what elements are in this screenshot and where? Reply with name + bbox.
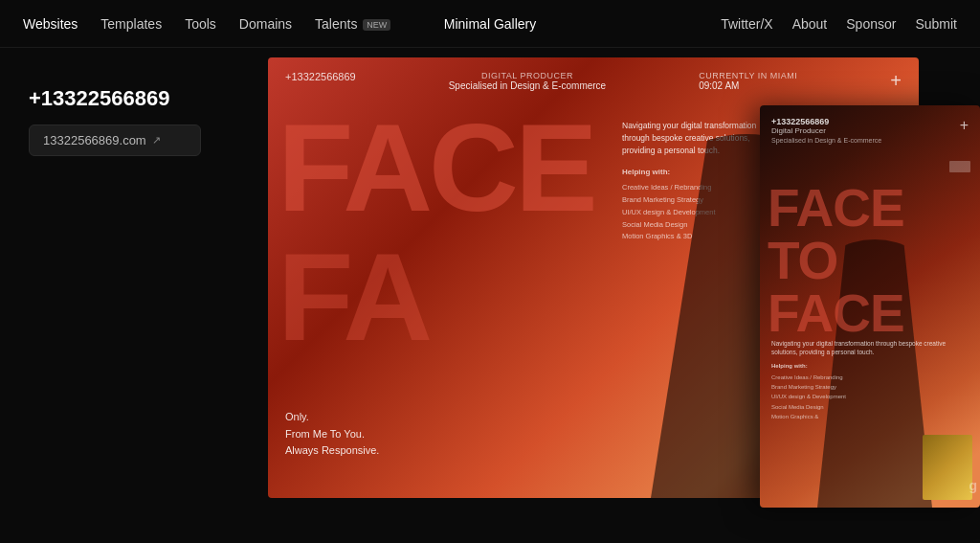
sidebar-website-link[interactable]: 13322566869.com ↗ bbox=[29, 124, 201, 156]
nav-item-tools[interactable]: Tools bbox=[185, 16, 216, 32]
location-label: Currently in Miami bbox=[699, 71, 797, 80]
link-text: 13322566869.com bbox=[43, 133, 146, 147]
nav-item-websites[interactable]: Websites bbox=[23, 16, 78, 32]
card-top-row: +13322566869 Digital Producer Specialise… bbox=[285, 71, 902, 91]
card-location: Currently in Miami 09:02 AM bbox=[699, 71, 797, 91]
nav-item-templates[interactable]: Templates bbox=[100, 16, 162, 32]
role-label: Digital Producer bbox=[449, 71, 607, 80]
nav-item-submit[interactable]: Submit bbox=[915, 16, 957, 32]
card-role: Digital Producer Specialised in Design &… bbox=[449, 71, 607, 91]
small-role-sub: Specialised in Design & E-commerce bbox=[771, 137, 881, 144]
sidebar-phone: +13322566869 bbox=[29, 86, 239, 111]
card-phone: +13322566869 bbox=[285, 71, 356, 82]
small-role-label: Digital Producer bbox=[771, 126, 881, 135]
nav-item-sponsor[interactable]: Sponsor bbox=[846, 16, 896, 32]
nav-item-twitter[interactable]: Twitter/X bbox=[721, 16, 772, 32]
main-content: +13322566869 13322566869.com ↗ +13322566… bbox=[0, 48, 980, 543]
small-phone-role: +13322566869 Digital Producer Specialise… bbox=[771, 117, 881, 151]
nav-right: Twitter/X About Sponsor Submit bbox=[721, 16, 957, 32]
time-value: 09:02 AM bbox=[699, 80, 797, 91]
small-plus-icon: + bbox=[960, 117, 969, 134]
nav-item-talents[interactable]: Talents NEW bbox=[315, 16, 390, 32]
role-sub: Specialised in Design & E-commerce bbox=[449, 80, 607, 91]
nav-item-about[interactable]: About bbox=[792, 16, 828, 32]
small-card-top: +13322566869 Digital Producer Specialise… bbox=[771, 117, 969, 151]
small-card[interactable]: +13322566869 Digital Producer Specialise… bbox=[760, 105, 980, 508]
site-title: Minimal Gallery bbox=[444, 16, 536, 32]
plus-icon: + bbox=[890, 71, 902, 90]
small-card-inner: +13322566869 Digital Producer Specialise… bbox=[760, 105, 980, 508]
small-phone: +13322566869 bbox=[771, 117, 881, 126]
nav-left: Websites Templates Tools Domains Talents… bbox=[23, 16, 390, 32]
navigation: Websites Templates Tools Domains Talents… bbox=[0, 0, 980, 48]
sidebar: +13322566869 13322566869.com ↗ bbox=[0, 48, 268, 543]
nav-center: Minimal Gallery bbox=[444, 15, 536, 33]
external-link-icon: ↗ bbox=[152, 134, 161, 147]
preview-area: +13322566869 Digital Producer Specialise… bbox=[268, 48, 980, 543]
new-badge: NEW bbox=[363, 19, 390, 31]
nav-item-domains[interactable]: Domains bbox=[239, 16, 292, 32]
